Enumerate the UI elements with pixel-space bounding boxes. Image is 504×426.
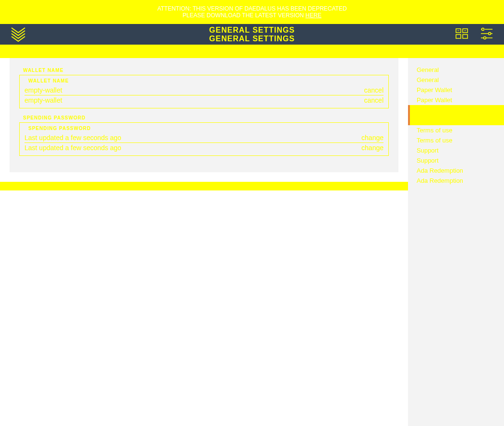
settings-icon[interactable] bbox=[479, 26, 494, 41]
sidebar-item-ada-redemption-11[interactable]: Ada Redemption bbox=[408, 176, 504, 186]
settings-panel: WALLET NAME WALLET NAME empty-wallet can… bbox=[10, 58, 398, 172]
sidebar-item-terms-of-use-6[interactable]: Terms of use bbox=[408, 125, 504, 135]
sidebar-item-ada-redemption-10[interactable]: Ada Redemption bbox=[408, 166, 504, 176]
main-area: WALLET NAME WALLET NAME empty-wallet can… bbox=[0, 58, 408, 426]
banner-line1: ATTENTION: THIS VERSION OF DAEDALUS HAS … bbox=[157, 5, 347, 12]
yoroi-logo-icon bbox=[10, 26, 27, 43]
spending-password-label: SPENDING PASSWORD bbox=[23, 115, 389, 120]
sidebar-item-paper-wallet-2[interactable]: Paper Wallet bbox=[408, 85, 504, 95]
wallet-name-row1: empty-wallet cancel bbox=[24, 85, 384, 95]
sidebar-item-general-1[interactable]: General bbox=[408, 75, 504, 85]
sidebar-item-general-0[interactable]: General bbox=[408, 65, 504, 75]
sidebar-item-terms-of-use-7[interactable]: Terms of use bbox=[408, 135, 504, 145]
bottom-yellow-bar bbox=[0, 182, 408, 190]
spending-password-box: SPENDING PASSWORD Last updated a few sec… bbox=[19, 122, 389, 156]
page-title: GENERAL SETTINGS bbox=[0, 26, 504, 35]
wallet-name-row2: empty-wallet cancel bbox=[24, 95, 384, 105]
spending-password-row2: Last updated a few seconds ago change bbox=[24, 143, 384, 153]
spending-password-label-dup: SPENDING PASSWORD bbox=[28, 126, 384, 131]
wallet-name-cancel-dup[interactable]: cancel bbox=[364, 96, 384, 104]
spending-password-value-dup: Last updated a few seconds ago bbox=[24, 144, 121, 152]
download-link[interactable]: HERE bbox=[305, 12, 321, 19]
wallet-name-label: WALLET NAME bbox=[23, 68, 389, 73]
svg-point-10 bbox=[484, 37, 486, 39]
app-logo[interactable] bbox=[10, 26, 27, 45]
wallets-icon[interactable] bbox=[454, 26, 469, 41]
sidebar-item-wallet-4[interactable]: Wallet bbox=[408, 105, 504, 115]
svg-point-7 bbox=[489, 33, 491, 35]
spending-password-change-dup[interactable]: change bbox=[361, 144, 384, 152]
settings-sidebar: GeneralGeneralPaper WalletPaper WalletWa… bbox=[408, 58, 504, 426]
sidebar-item-support-9[interactable]: Support bbox=[408, 155, 504, 166]
sidebar-item-support-8[interactable]: Support bbox=[408, 145, 504, 155]
svg-point-4 bbox=[482, 28, 484, 31]
wallet-name-label-dup: WALLET NAME bbox=[28, 78, 384, 83]
wallet-name-box: WALLET NAME empty-wallet cancel empty-wa… bbox=[19, 75, 389, 108]
spending-password-row1: Last updated a few seconds ago change bbox=[24, 133, 384, 143]
wallet-name-value-dup[interactable]: empty-wallet bbox=[24, 96, 62, 104]
wallet-name-value[interactable]: empty-wallet bbox=[24, 86, 62, 94]
yellow-strip bbox=[0, 45, 504, 58]
page-title-dup: GENERAL SETTINGS bbox=[0, 35, 504, 43]
deprecation-banner: ATTENTION: THIS VERSION OF DAEDALUS HAS … bbox=[0, 0, 504, 24]
wallet-name-block: WALLET NAME WALLET NAME empty-wallet can… bbox=[19, 68, 389, 108]
spending-password-change[interactable]: change bbox=[361, 134, 384, 142]
banner-line2: PLEASE DOWNLOAD THE LATEST VERSION HERE bbox=[182, 12, 321, 19]
title-container: GENERAL SETTINGS GENERAL SETTINGS bbox=[0, 26, 504, 43]
wallet-name-cancel[interactable]: cancel bbox=[364, 86, 384, 94]
sidebar-item-wallet-5[interactable]: Wallet bbox=[408, 115, 504, 125]
nav-icons bbox=[454, 26, 494, 41]
svg-rect-3 bbox=[463, 35, 468, 38]
sidebar-item-paper-wallet-3[interactable]: Paper Wallet bbox=[408, 95, 504, 105]
sidebar-list: GeneralGeneralPaper WalletPaper WalletWa… bbox=[408, 65, 504, 186]
spending-password-value: Last updated a few seconds ago bbox=[24, 134, 121, 142]
content: WALLET NAME WALLET NAME empty-wallet can… bbox=[0, 58, 504, 426]
svg-rect-2 bbox=[456, 35, 461, 38]
spending-password-block: SPENDING PASSWORD SPENDING PASSWORD Last… bbox=[19, 115, 389, 156]
navbar: GENERAL SETTINGS GENERAL SETTINGS bbox=[0, 24, 504, 45]
